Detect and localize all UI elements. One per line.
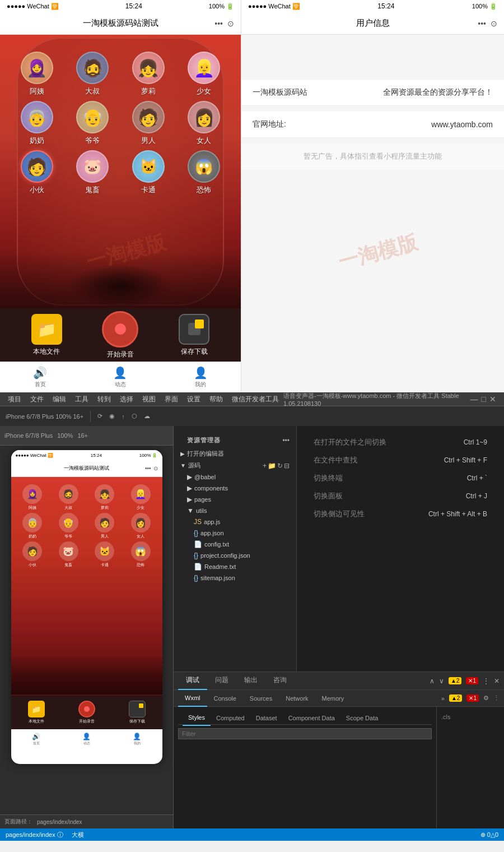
nav-mine[interactable]: 👤 我的 bbox=[184, 366, 217, 388]
mini-char-6[interactable]: 👴 爷爷 bbox=[52, 513, 86, 539]
wxml-more2[interactable]: ⋮ bbox=[493, 694, 500, 702]
char-guishu[interactable]: 🐷 鬼畜 bbox=[67, 150, 119, 195]
ft-pages[interactable]: ▶ pages bbox=[180, 494, 296, 505]
ft-projectconfig[interactable]: {} project.config.json bbox=[187, 550, 296, 561]
menu-tool[interactable]: 工具 bbox=[71, 393, 93, 405]
mini-char-3[interactable]: 👧 萝莉 bbox=[88, 484, 122, 511]
ft-source-section[interactable]: ▼ 源码 + 📁 ↻ ⊟ bbox=[174, 460, 296, 471]
menu-help[interactable]: 帮助 bbox=[205, 393, 227, 405]
ft-more[interactable]: ••• bbox=[282, 437, 290, 444]
menu-project[interactable]: 项目 bbox=[3, 393, 26, 405]
right-more-icon[interactable]: ••• bbox=[478, 19, 486, 28]
ft-new-folder-icon[interactable]: 📁 bbox=[268, 462, 276, 470]
mini-char-1[interactable]: 🧕 阿姨 bbox=[16, 484, 50, 511]
tab-wxml[interactable]: Wxml bbox=[178, 690, 207, 707]
itab-styles[interactable]: Styles bbox=[183, 710, 211, 726]
ft-configtxt[interactable]: 📄 config.txt bbox=[187, 539, 296, 550]
tab-debug[interactable]: 调试 bbox=[178, 672, 207, 690]
mini-record-btn[interactable]: 开始录音 bbox=[78, 701, 95, 724]
right-close-icon[interactable]: ⊙ bbox=[491, 19, 497, 28]
wxml-settings[interactable]: ⚙ bbox=[483, 694, 489, 702]
status-preview[interactable]: 大横 bbox=[72, 831, 84, 839]
mini-nav-feed[interactable]: 👤 动态 bbox=[82, 733, 91, 746]
win-close[interactable]: ✕ bbox=[489, 395, 496, 404]
char-kongbu[interactable]: 😱 恐怖 bbox=[179, 150, 230, 195]
mini-char-7[interactable]: 🧑 男人 bbox=[88, 513, 122, 539]
menu-select[interactable]: 选择 bbox=[115, 393, 138, 405]
inspector-filter[interactable] bbox=[178, 728, 432, 739]
mini-char-12[interactable]: 😱 恐怖 bbox=[124, 541, 158, 568]
tab-more[interactable]: » bbox=[441, 695, 445, 702]
menu-edit[interactable]: 编辑 bbox=[48, 393, 71, 405]
tab-issues[interactable]: 问题 bbox=[207, 672, 236, 690]
close-icon[interactable]: ⊙ bbox=[227, 19, 234, 28]
ft-add-icon[interactable]: + bbox=[263, 462, 267, 470]
ft-appjs[interactable]: JS app.js bbox=[187, 516, 296, 527]
dbg-more-icon[interactable]: ⋮ bbox=[483, 677, 489, 685]
char-mengli[interactable]: 👧 萝莉 bbox=[123, 52, 174, 96]
tab-sources[interactable]: Sources bbox=[243, 690, 279, 707]
nav-feed[interactable]: 👤 动态 bbox=[104, 366, 137, 388]
more-icon[interactable]: ••• bbox=[214, 19, 223, 28]
ft-collapse-icon[interactable]: ⊟ bbox=[284, 462, 290, 470]
tab-console[interactable]: Console bbox=[207, 690, 243, 707]
mini-nav-home[interactable]: 🔊 首页 bbox=[32, 733, 40, 746]
menu-view[interactable]: 视图 bbox=[138, 393, 160, 405]
char-yeye[interactable]: 👴 爷爷 bbox=[67, 101, 119, 146]
menu-settings[interactable]: 设置 bbox=[183, 393, 205, 405]
record-btn[interactable]: 开始录音 bbox=[102, 311, 138, 359]
char-katong[interactable]: 🐱 卡通 bbox=[123, 150, 174, 195]
char-nanren[interactable]: 🧑 男人 bbox=[123, 101, 174, 146]
menu-goto[interactable]: 转到 bbox=[93, 393, 115, 405]
mini-save-btn[interactable]: 保存下载 bbox=[129, 701, 146, 724]
ft-utils[interactable]: ▼ utils bbox=[180, 505, 296, 516]
tool-clean[interactable]: ⬡ bbox=[132, 413, 137, 420]
menu-wechat-dev[interactable]: 微信开发者工具 bbox=[227, 393, 283, 405]
save-btn[interactable]: 保存下载 bbox=[179, 314, 209, 356]
ft-readme[interactable]: 📄 Readme.txt bbox=[187, 561, 296, 572]
ft-refresh-icon[interactable]: ↻ bbox=[277, 462, 283, 470]
menu-file[interactable]: 文件 bbox=[26, 393, 48, 405]
tab-output[interactable]: 输出 bbox=[236, 672, 265, 690]
mini-more[interactable]: ••• bbox=[145, 465, 151, 471]
mini-char-9[interactable]: 🧑 小伙 bbox=[16, 541, 50, 568]
win-minimize[interactable]: — bbox=[470, 395, 478, 404]
ft-components[interactable]: ▶ components bbox=[180, 483, 296, 494]
menu-interface[interactable]: 界面 bbox=[160, 393, 183, 405]
ft-appjson[interactable]: {} app.json bbox=[187, 527, 296, 539]
mini-close[interactable]: ⊙ bbox=[153, 465, 158, 471]
nav-home[interactable]: 🔊 首页 bbox=[24, 366, 57, 388]
ft-open-editors[interactable]: ▶ 打开的编辑器 bbox=[174, 448, 296, 460]
char-ayi[interactable]: 🧕 阿姨 bbox=[11, 52, 63, 96]
dbg-close-icon[interactable]: ✕ bbox=[494, 677, 500, 685]
itab-dataset[interactable]: Dataset bbox=[250, 710, 283, 726]
mini-local-btn[interactable]: 📁 本地文件 bbox=[28, 701, 45, 724]
tool-cloud[interactable]: ☁ bbox=[144, 413, 150, 420]
tool-preview[interactable]: ◉ bbox=[109, 413, 115, 420]
mini-char-8[interactable]: 👩 女人 bbox=[124, 513, 158, 539]
itab-scope[interactable]: Scope Data bbox=[340, 710, 384, 726]
local-files-btn[interactable]: 📁 本地文件 bbox=[31, 314, 62, 356]
dbg-down-icon[interactable]: ∨ bbox=[439, 677, 444, 685]
char-dashu[interactable]: 🧔 大叔 bbox=[67, 52, 119, 96]
mini-nav-mine[interactable]: 👤 我的 bbox=[133, 733, 141, 746]
dbg-up-icon[interactable]: ∧ bbox=[430, 677, 435, 685]
tool-compile[interactable]: ⟳ bbox=[97, 413, 102, 420]
char-shaonv[interactable]: 👱‍♀️ 少女 bbox=[179, 52, 230, 96]
tab-network[interactable]: Network bbox=[279, 690, 315, 707]
char-nvren[interactable]: 👩 女人 bbox=[179, 101, 230, 146]
win-maximize[interactable]: □ bbox=[482, 395, 486, 404]
ft-sitemap[interactable]: {} sitemap.json bbox=[187, 572, 296, 584]
tab-consult[interactable]: 咨询 bbox=[265, 672, 295, 690]
mini-char-11[interactable]: 🐱 卡通 bbox=[88, 541, 122, 568]
tab-memory[interactable]: Memory bbox=[315, 690, 351, 707]
tool-upload[interactable]: ↑ bbox=[122, 413, 125, 420]
ft-babel[interactable]: ▶ @babel bbox=[180, 471, 296, 483]
char-xiaoho[interactable]: 🧑 小伙 bbox=[11, 150, 63, 195]
itab-component[interactable]: Component Data bbox=[283, 710, 340, 726]
mini-char-2[interactable]: 🧔 大叔 bbox=[52, 484, 86, 511]
status-path[interactable]: pages/index/index ⓘ bbox=[6, 831, 63, 839]
mini-char-10[interactable]: 🐷 鬼畜 bbox=[52, 541, 86, 568]
mini-char-4[interactable]: 👱‍♀️ 少女 bbox=[124, 484, 158, 511]
mini-char-5[interactable]: 👵 奶奶 bbox=[16, 513, 50, 539]
